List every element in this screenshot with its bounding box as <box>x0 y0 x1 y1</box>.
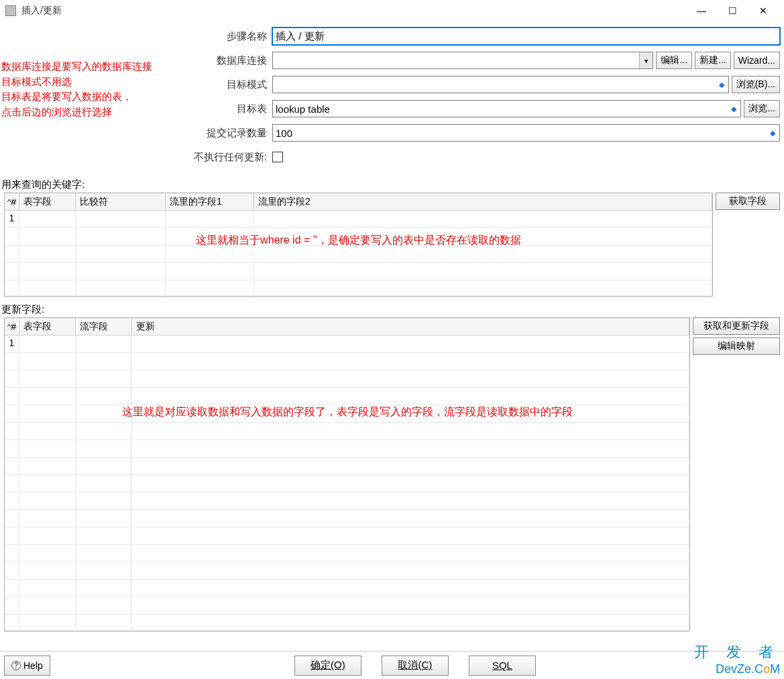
step-name-label: 步骤名称 <box>4 30 272 43</box>
diamond-icon: ◆ <box>770 129 779 138</box>
col-stream-field1[interactable]: 流里的字段1 <box>166 193 254 210</box>
window-title: 插入/更新 <box>21 5 686 17</box>
update-fields-label: 更新字段: <box>0 301 784 317</box>
help-button[interactable]: ? Help <box>4 656 50 676</box>
table-row[interactable] <box>5 545 689 562</box>
table-row[interactable] <box>5 615 689 632</box>
new-button[interactable]: 新建... <box>695 52 731 69</box>
browse-table-button[interactable]: 浏览... <box>744 100 780 117</box>
col-stream-field2[interactable]: 流里的字段2 <box>254 193 712 210</box>
cell[interactable] <box>166 211 254 227</box>
cell[interactable] <box>19 211 76 227</box>
no-update-label: 不执行任何更新: <box>4 151 272 164</box>
lookup-keys-grid[interactable]: ^# 表字段 比较符 流里的字段1 流里的字段2 1 这里就相当于where i… <box>4 193 713 297</box>
title-bar: 插入/更新 — ☐ ✕ <box>0 0 784 21</box>
lookup-keys-area: ^# 表字段 比较符 流里的字段1 流里的字段2 1 这里就相当于where i… <box>0 193 784 301</box>
cell[interactable] <box>132 335 689 352</box>
table-row[interactable] <box>5 475 689 492</box>
table-row[interactable] <box>5 370 689 388</box>
app-icon <box>5 5 16 16</box>
commit-size-value: 100 <box>273 127 770 139</box>
update-fields-grid[interactable]: ^# 表字段 流字段 更新 1 <box>4 317 690 631</box>
table-row[interactable] <box>5 263 712 280</box>
diamond-icon: ◆ <box>719 81 728 89</box>
maximize-button[interactable]: ☐ <box>717 0 748 21</box>
col-comparator[interactable]: 比较符 <box>76 193 166 210</box>
row-number: 1 <box>5 211 19 227</box>
bottom-bar: ? Help 确定(O) 取消(C) SQL 开 发 者 DevZe.CoM <box>0 651 784 679</box>
col-table-field[interactable]: 表字段 <box>19 318 76 335</box>
edit-button[interactable]: 编辑... <box>656 52 692 69</box>
grid-header: ^# 表字段 比较符 流里的字段1 流里的字段2 <box>5 193 712 211</box>
target-table-value: lookup table <box>273 103 731 115</box>
table-row[interactable] <box>5 440 689 458</box>
cell[interactable] <box>76 335 132 352</box>
table-row[interactable] <box>5 527 689 545</box>
annotation-left: 数据库连接是要写入的数据库连接 目标模式不用选 目标表是将要写入数据的表， 点击… <box>1 59 152 119</box>
table-row[interactable] <box>5 423 689 440</box>
table-row[interactable] <box>5 458 689 475</box>
step-name-input[interactable] <box>272 28 780 45</box>
update-fields-area: ^# 表字段 流字段 更新 1 <box>0 317 784 635</box>
browse-schema-button[interactable]: 浏览(B)... <box>732 76 780 93</box>
col-table-field[interactable]: 表字段 <box>19 193 76 210</box>
get-fields-button[interactable]: 获取字段 <box>716 193 780 210</box>
cancel-button[interactable]: 取消(C) <box>382 656 449 676</box>
form-area: 数据库连接是要写入的数据库连接 目标模式不用选 目标表是将要写入数据的表， 点击… <box>0 21 784 176</box>
cell[interactable] <box>19 335 76 352</box>
target-table-input[interactable]: lookup table ◆ <box>272 100 741 117</box>
cell[interactable] <box>254 211 712 227</box>
lookup-keys-label: 用来查询的关键字: <box>0 176 784 193</box>
table-row[interactable] <box>5 246 712 263</box>
annotation-table1: 这里就相当于where id = ''，是确定要写入的表中是否存在读取的数据 <box>5 233 712 248</box>
watermark: 开 发 者 DevZe.CoM <box>694 642 780 676</box>
wizard-button[interactable]: Wizard... <box>734 52 780 69</box>
get-update-fields-button[interactable]: 获取和更新字段 <box>693 317 780 335</box>
table-row[interactable] <box>5 580 689 597</box>
help-label: Help <box>23 660 43 671</box>
table-row[interactable] <box>5 562 689 580</box>
diamond-icon: ◆ <box>731 105 740 113</box>
table-row[interactable] <box>5 280 712 298</box>
table-row[interactable] <box>5 510 689 527</box>
table-row[interactable] <box>5 388 689 405</box>
grid-header: ^# 表字段 流字段 更新 <box>5 318 689 335</box>
table-row[interactable] <box>5 597 689 615</box>
col-hash: ^# <box>5 193 19 210</box>
watermark-cn: 开 发 者 <box>694 642 780 662</box>
row-number: 1 <box>5 335 19 352</box>
table-row[interactable] <box>5 353 689 370</box>
col-hash: ^# <box>5 318 19 335</box>
commit-size-label: 提交记录数量 <box>4 127 272 140</box>
db-connection-combo[interactable]: ▾ <box>272 52 653 69</box>
target-schema-input[interactable]: ◆ <box>272 76 729 93</box>
watermark-en: DevZe.CoM <box>694 662 780 676</box>
table-row[interactable]: 1 <box>5 335 689 353</box>
table-row[interactable]: 1 <box>5 211 712 228</box>
window-controls: — ☐ ✕ <box>686 0 779 21</box>
edit-mapping-button[interactable]: 编辑映射 <box>693 337 780 355</box>
col-stream-field[interactable]: 流字段 <box>76 318 132 335</box>
annotation-table2: 这里就是对应读取数据和写入数据的字段了，表字段是写入的字段，流字段是读取数据中的… <box>5 405 689 419</box>
commit-size-input[interactable]: 100 ◆ <box>272 124 780 142</box>
no-update-checkbox[interactable] <box>272 152 283 162</box>
ok-button[interactable]: 确定(O) <box>294 656 361 676</box>
help-icon: ? <box>11 661 21 670</box>
col-update[interactable]: 更新 <box>132 318 689 335</box>
minimize-button[interactable]: — <box>686 0 717 21</box>
table-row[interactable] <box>5 492 689 510</box>
cell[interactable] <box>76 211 166 227</box>
sql-button[interactable]: SQL <box>469 656 536 676</box>
chevron-down-icon[interactable]: ▾ <box>639 52 653 68</box>
close-button[interactable]: ✕ <box>748 0 779 21</box>
